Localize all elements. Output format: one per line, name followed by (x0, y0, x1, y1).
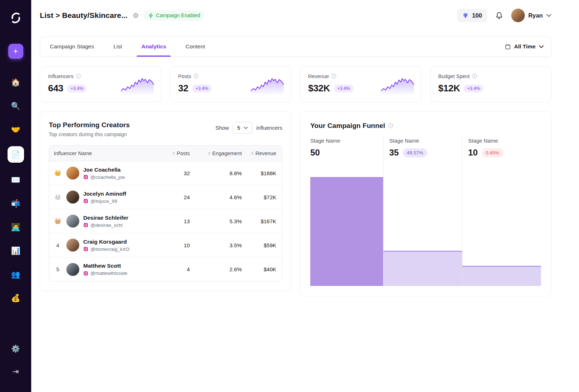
creator-handle: @coachella_joe (90, 175, 125, 180)
logout-icon: ⇥ (12, 368, 19, 376)
avatar (66, 191, 79, 204)
stat-value: 643 (48, 83, 63, 94)
sidebar-item-creators[interactable]: 🧑‍💻 (9, 220, 23, 234)
creator-name: Joe Coachella (83, 167, 125, 173)
creator-name: Craig Korsgaard (83, 239, 130, 245)
user-menu[interactable]: Ryan (511, 9, 551, 22)
sidebar-settings-button[interactable]: ⚙️ (9, 342, 23, 355)
date-range-value: All Time (514, 43, 536, 50)
table-row[interactable]: 4 Craig Korsgaard @itsmecraig_kXO 10 3.5… (49, 233, 282, 257)
column-header-revenue[interactable]: Revenue (242, 150, 282, 156)
info-icon[interactable]: ⓘ (389, 123, 394, 128)
stage-value: 35 (389, 148, 399, 158)
funnel-stage-3: Stage Name 10 0.45% (462, 137, 541, 286)
money-bag-icon: 💰 (11, 294, 20, 302)
engagement-value: 3.5% (190, 242, 242, 248)
sidebar-item-home[interactable]: 🏠 (9, 75, 23, 89)
info-icon[interactable]: ⓘ (472, 74, 477, 79)
avatar (66, 263, 79, 276)
table-row[interactable]: 5 Matthew Scott @mattewthisside 4 2.6% (49, 257, 282, 281)
handshake-icon: 🤝 (11, 126, 20, 133)
plus-icon: + (13, 46, 18, 56)
funnel-card-title: Your Campaign Funnel (310, 122, 385, 130)
avatar (66, 167, 79, 180)
show-count-select[interactable]: 5 (233, 122, 252, 134)
logo-swirl-icon (10, 12, 22, 24)
column-header-posts[interactable]: Posts (161, 150, 190, 156)
show-control: Show 5 influencers (216, 122, 282, 134)
gear-icon: ⚙️ (11, 345, 20, 352)
instagram-icon (83, 199, 88, 204)
breadcrumb: List > Beauty/Skincare... (40, 11, 128, 20)
create-button[interactable]: + (8, 44, 23, 59)
tabs-bar: Campaign Stages List Analytics Content A… (40, 36, 551, 57)
chevron-down-icon (539, 45, 544, 48)
table-row[interactable]: 👑 Joe Coachella @coachella_joe 32 8.8% (49, 161, 282, 185)
funnel-chart: Stage Name 50 Stage Name 35 49.57% Stage (310, 137, 541, 286)
sidebar-item-community[interactable]: 👥 (9, 267, 23, 281)
sidebar-item-inbox[interactable]: ✉️ (9, 173, 23, 186)
revenue-value: $72K (242, 194, 282, 200)
info-icon[interactable]: ⓘ (331, 74, 336, 79)
home-icon: 🏠 (11, 78, 20, 86)
stat-label: Budget Spent (438, 73, 470, 79)
sidebar-item-outreach[interactable]: 📬 (9, 196, 23, 210)
instagram-icon (83, 247, 88, 252)
funnel-stage-2: Stage Name 35 49.57% (383, 137, 462, 286)
table-row[interactable]: 👑 Jocelyn Aminoff @itsjoce_99 24 4.6% (49, 185, 282, 209)
top-creators-card: Top Performing Creators Top creators dur… (40, 111, 291, 291)
conversion-badge: 0.45% (482, 148, 503, 157)
engagement-value: 5.3% (190, 218, 242, 224)
stat-card-influencers: Influencers ⓘ 643 +3.4% (40, 66, 161, 102)
funnel-bar (462, 266, 541, 286)
tab-content[interactable]: Content (176, 37, 215, 57)
tab-campaign-stages[interactable]: Campaign Stages (40, 37, 104, 57)
gold-crown-icon: 👑 (54, 170, 61, 176)
gear-icon: ⚙ (133, 12, 139, 19)
content-grid: Top Performing Creators Top creators dur… (40, 111, 551, 296)
sidebar-item-reports[interactable]: 📊 (9, 244, 23, 257)
table-row[interactable]: 👑 Desirae Schleifer @desirae_schl 13 5.3… (49, 209, 282, 233)
campaign-settings-button[interactable]: ⚙ (133, 12, 139, 19)
bronze-crown-icon: 👑 (54, 218, 61, 224)
stat-delta-badge: +3.4% (334, 85, 353, 92)
credits-badge[interactable]: 100 (457, 9, 487, 22)
sparkline-chart (121, 77, 154, 95)
sidebar-item-payments[interactable]: 💰 (9, 291, 23, 305)
column-header-engagement[interactable]: Engagement (190, 150, 242, 156)
funnel-bar (383, 251, 462, 286)
zap-icon (148, 13, 154, 18)
avatar (511, 9, 525, 22)
creator-name: Desirae Schleifer (83, 215, 128, 221)
avatar (66, 215, 79, 228)
topbar-left: List > Beauty/Skincare... ⚙ Campaign Ena… (40, 10, 204, 21)
posts-value: 13 (161, 218, 190, 224)
info-icon[interactable]: ⓘ (194, 74, 199, 79)
tab-list[interactable]: List (104, 37, 132, 57)
stat-label: Influencers (48, 73, 74, 79)
creators-card-title: Top Performing Creators (49, 121, 130, 129)
engagement-value: 2.6% (190, 266, 242, 272)
stat-card-budget-spent: Budget Spent ⓘ $12K +3.4% (430, 66, 552, 102)
stat-value: 32 (178, 83, 188, 94)
stats-row: Influencers ⓘ 643 +3.4% Posts ⓘ 32 +3.4% (40, 66, 551, 102)
topbar: List > Beauty/Skincare... ⚙ Campaign Ena… (40, 0, 551, 31)
stage-value: 50 (310, 148, 320, 158)
stat-label: Revenue (308, 73, 329, 79)
show-count-value: 5 (237, 125, 240, 131)
logout-button[interactable]: ⇥ (9, 365, 23, 378)
avatar (66, 239, 79, 252)
sidebar-item-campaigns[interactable]: 📄 (8, 146, 24, 163)
info-icon[interactable]: ⓘ (76, 74, 81, 79)
stat-delta-badge: +3.4% (67, 85, 86, 92)
tab-analytics[interactable]: Analytics (132, 37, 176, 57)
notifications-button[interactable] (495, 11, 503, 20)
sidebar-item-partnerships[interactable]: 🤝 (9, 123, 23, 136)
conversion-badge: 49.57% (403, 148, 427, 157)
sidebar-item-search[interactable]: 🔍 (9, 99, 23, 113)
date-range-select[interactable]: All Time (505, 43, 544, 50)
gem-icon (462, 12, 469, 19)
tabs: Campaign Stages List Analytics Content (40, 37, 215, 57)
credits-count: 100 (472, 12, 482, 19)
creator-handle: @itsjoce_99 (90, 199, 117, 204)
